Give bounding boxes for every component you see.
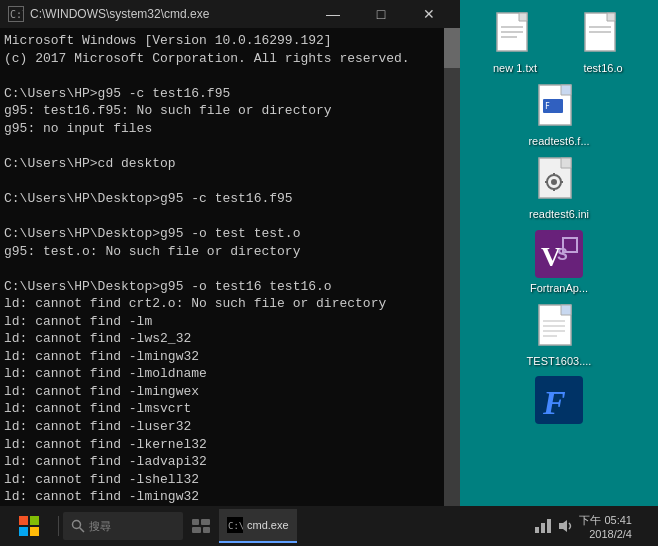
clock-date: 2018/2/4	[579, 528, 632, 540]
system-clock[interactable]: 下午 05:41 2018/2/4	[579, 513, 632, 540]
close-button[interactable]: ✕	[406, 0, 452, 28]
svg-rect-33	[30, 527, 39, 536]
scrollbar-thumb[interactable]	[444, 28, 460, 68]
svg-line-35	[80, 528, 85, 533]
desktop-icon-readtest6ini[interactable]: readtest6.ini	[519, 156, 599, 221]
cmd-taskbar-icon: C:\	[227, 517, 243, 533]
minimize-button[interactable]: —	[310, 0, 356, 28]
cmd-icon: C:\	[8, 6, 24, 22]
task-view-button[interactable]	[185, 508, 217, 544]
maximize-button[interactable]: □	[358, 0, 404, 28]
svg-rect-44	[547, 519, 551, 533]
desktop-icon-fortranap[interactable]: V S FortranAp...	[519, 230, 599, 295]
desktop: new 1.txt test16.o F	[460, 0, 658, 510]
test16o-label: test16.o	[583, 62, 622, 75]
clock-time: 下午 05:41	[579, 513, 632, 528]
network-icon[interactable]	[535, 519, 551, 533]
svg-rect-37	[201, 519, 210, 525]
svg-rect-30	[19, 516, 28, 525]
cmd-output: Microsoft Windows [Version 10.0.16299.19…	[4, 32, 456, 546]
desktop-row-4: V S FortranAp...	[460, 230, 658, 295]
readtest6ini-icon	[535, 156, 583, 204]
cmd-titlebar: C:\ C:\WINDOWS\system32\cmd.exe — □ ✕	[0, 0, 460, 28]
cmd-scrollbar[interactable]	[444, 28, 460, 546]
svg-rect-36	[192, 519, 199, 525]
svg-text:C:\: C:\	[228, 521, 243, 531]
cmd-content: Microsoft Windows [Version 10.0.16299.19…	[0, 28, 460, 546]
test1603-label: TEST1603....	[527, 355, 592, 368]
desktop-icon-test1603[interactable]: TEST1603....	[519, 303, 599, 368]
cmd-window: C:\ C:\WINDOWS\system32\cmd.exe — □ ✕ Mi…	[0, 0, 460, 546]
search-icon	[71, 519, 85, 533]
svg-text:F: F	[542, 384, 566, 421]
desktop-row-5: TEST1603....	[460, 303, 658, 368]
test16o-icon	[579, 10, 627, 58]
svg-text:C:\: C:\	[10, 9, 23, 20]
taskbar: 搜尋 C:\ cmd.exe 下午 05:41 2018/2/	[0, 506, 658, 546]
desktop-icon-ficon[interactable]: F	[519, 376, 599, 428]
svg-rect-31	[30, 516, 39, 525]
readtest6f-icon: F	[535, 83, 583, 131]
window-title: C:\WINDOWS\system32\cmd.exe	[30, 7, 310, 21]
readtest6f-label: readtest6.f...	[528, 135, 589, 148]
fortranap-icon: V S	[535, 230, 583, 278]
svg-point-34	[73, 521, 81, 529]
desktop-row-2: F readtest6.f...	[460, 83, 658, 148]
test1603-icon	[535, 303, 583, 351]
desktop-row-6: F	[460, 376, 658, 428]
window-controls: — □ ✕	[310, 0, 452, 28]
svg-text:F: F	[545, 102, 550, 111]
svg-point-14	[551, 179, 557, 185]
task-view-icon	[192, 519, 210, 533]
new1txt-label: new 1.txt	[493, 62, 537, 75]
desktop-icon-test16o[interactable]: test16.o	[563, 10, 643, 75]
fortranap-label: FortranAp...	[530, 282, 588, 295]
desktop-icon-new1txt[interactable]: new 1.txt	[475, 10, 555, 75]
start-button[interactable]	[4, 508, 54, 544]
search-placeholder: 搜尋	[89, 519, 111, 534]
svg-rect-43	[541, 523, 545, 533]
taskbar-right: 下午 05:41 2018/2/4	[535, 508, 654, 544]
taskbar-cmd-label: cmd.exe	[247, 519, 289, 531]
svg-marker-45	[559, 520, 567, 532]
desktop-row-1: new 1.txt test16.o	[460, 10, 658, 75]
ficon-icon: F	[535, 376, 583, 424]
svg-rect-32	[19, 527, 28, 536]
volume-icon[interactable]	[557, 519, 573, 533]
desktop-icon-readtest6f[interactable]: F readtest6.f...	[519, 83, 599, 148]
svg-rect-39	[203, 527, 210, 533]
readtest6ini-label: readtest6.ini	[529, 208, 589, 221]
taskbar-cmd-item[interactable]: C:\ cmd.exe	[219, 509, 297, 543]
desktop-row-3: readtest6.ini	[460, 156, 658, 221]
svg-rect-42	[535, 527, 539, 533]
new1txt-icon	[491, 10, 539, 58]
taskbar-search[interactable]: 搜尋	[63, 512, 183, 540]
taskbar-separator	[58, 516, 59, 536]
show-desktop-button[interactable]	[638, 508, 646, 544]
svg-rect-38	[192, 527, 201, 533]
